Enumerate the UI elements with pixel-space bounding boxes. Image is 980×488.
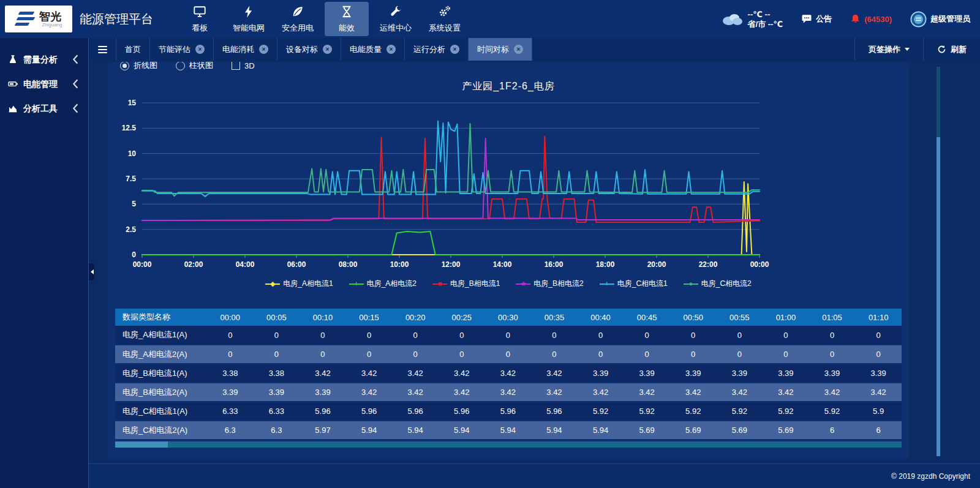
table-cell-value: 3.42 [763, 383, 809, 402]
copyright-text: © 2019 zgzdh Copyright [891, 472, 970, 481]
table-cell-value: 5.96 [531, 402, 578, 421]
tab-运行分析[interactable]: 运行分析× [404, 38, 468, 61]
table-cell-value: 3.42 [439, 383, 485, 402]
table-cell-value: 0 [809, 326, 856, 345]
tab-operations-button[interactable]: 页签操作 [854, 38, 923, 61]
tab-电能消耗[interactable]: 电能消耗× [213, 38, 277, 61]
table-cell-value: 5.94 [485, 421, 532, 440]
table-cell-value: 3.39 [670, 364, 717, 383]
legend-label: 电房_C相电流2 [701, 279, 752, 289]
time-compare-panel: 折线图 柱状图 3D 产业园_1F2-6_电房 02.557.51012.515… [108, 62, 909, 459]
table-header-time: 01:10 [855, 309, 902, 326]
y-axis-tick-label: 10 [128, 149, 137, 158]
nav-item-系统设置[interactable]: 系统设置 [423, 2, 467, 36]
sidebar-item-label: 需量分析 [23, 54, 58, 66]
tab-bar: 首页节能评估×电能消耗×设备对标×电能质量×运行分析×时间对标× 页签操作 刷新 [89, 38, 980, 61]
cloud-icon [721, 12, 743, 26]
table-header-time: 00:45 [624, 309, 670, 326]
legend-item-电房_A相电流2[interactable]: +电房_A相电流2 [349, 279, 417, 289]
x-axis-tick-label: 00:00 [133, 260, 152, 269]
tab-设备对标[interactable]: 设备对标× [277, 38, 341, 61]
legend-marker-glyph: ■ [438, 280, 442, 287]
vertical-scrollbar-thumb[interactable] [937, 137, 940, 456]
notice-button[interactable]: 公告 [801, 13, 832, 24]
tab-首页[interactable]: 首页 [116, 38, 149, 61]
tab-电能质量[interactable]: 电能质量× [341, 38, 404, 61]
table-header-name: 数据类型名称 [115, 309, 207, 326]
table-cell-value: 5.96 [300, 402, 346, 421]
nav-item-看板[interactable]: 看板 [178, 2, 222, 36]
table-cell-value: 3.42 [485, 364, 532, 383]
nav-item-label: 系统设置 [429, 23, 461, 34]
table-cell-name: 电房_B相电流2(A) [115, 383, 207, 402]
legend-label: 电房_A相电流1 [283, 279, 333, 289]
tab-close-icon[interactable]: × [323, 45, 332, 54]
table-cell-value: 3.39 [763, 364, 809, 383]
tab-label: 节能评估 [159, 44, 190, 55]
table-cell-value: 0 [300, 345, 346, 364]
table-cell-value: 5.69 [763, 421, 809, 440]
table-cell-value: 3.42 [670, 383, 717, 402]
table-cell-value: 5.96 [346, 402, 393, 421]
tab-close-icon[interactable]: × [195, 45, 205, 54]
tab-节能评估[interactable]: 节能评估× [149, 38, 213, 61]
table-cell-value: 0 [485, 326, 532, 345]
table-cell-value: 0 [855, 345, 902, 364]
table-cell-value: 3.39 [300, 383, 346, 402]
tab-close-icon[interactable]: × [450, 45, 459, 54]
user-menu[interactable]: 超级管理员 [910, 11, 970, 28]
sidebar-item-电能管理[interactable]: 电能管理 [0, 72, 88, 97]
table-cell-value: 6 [855, 421, 902, 440]
alerts-button[interactable]: (64530) [850, 13, 892, 24]
y-axis-tick-label: 5 [132, 200, 136, 208]
app-header: 智光 Zhiguang 能源管理平台 看板智能电网安全用电能效运维中心系统设置 … [0, 0, 980, 38]
table-cell-value: 0 [254, 326, 300, 345]
nav-item-安全用电[interactable]: 安全用电 [276, 2, 320, 36]
table-cell-value: 0 [624, 345, 670, 364]
sidebar-item-分析工具[interactable]: 分析工具 [0, 97, 88, 121]
table-header-time: 00:50 [670, 309, 717, 326]
radio-line-label: 折线图 [134, 62, 157, 71]
tab-时间对标[interactable]: 时间对标× [468, 38, 532, 61]
y-axis-tick-label: 0 [132, 250, 136, 259]
legend-item-电房_B相电流1[interactable]: ■电房_B相电流1 [432, 279, 500, 289]
nav-item-智能电网[interactable]: 智能电网 [227, 2, 271, 36]
checkbox-3d[interactable]: 3D [232, 62, 255, 70]
table-cell-value: 3.39 [855, 364, 902, 383]
table-row: 电房_C相电流2(A)6.36.35.975.945.945.945.945.9… [115, 421, 902, 440]
table-cell-value: 5.92 [717, 402, 763, 421]
table-cell-value: 0 [439, 345, 485, 364]
horizontal-scrollbar-thumb[interactable] [115, 441, 168, 448]
table-header-time: 00:10 [300, 309, 346, 326]
radio-bar-chart[interactable]: 柱状图 [176, 62, 213, 71]
legend-item-电房_C相电流2[interactable]: ●电房_C相电流2 [684, 279, 752, 289]
tab-close-icon[interactable]: × [514, 45, 523, 54]
legend-item-电房_C相电流1[interactable]: +电房_C相电流1 [600, 279, 668, 289]
table-cell-value: 5.94 [439, 421, 485, 440]
series-电房_B相电流1 [142, 137, 760, 223]
table-header-time: 00:35 [531, 309, 578, 326]
legend-item-电房_B相电流2[interactable]: ★电房_B相电流2 [516, 279, 583, 289]
gears-icon [438, 5, 451, 20]
tab-label: 时间对标 [477, 44, 509, 55]
sidebar-collapse-handle[interactable] [89, 263, 94, 280]
radio-line-chart[interactable]: 折线图 [120, 62, 157, 71]
hamburger-menu-icon[interactable] [89, 38, 116, 61]
nav-item-能效[interactable]: 能效 [325, 2, 369, 36]
nav-item-运维中心[interactable]: 运维中心 [374, 2, 418, 36]
legend-item-电房_A相电流1[interactable]: ◆电房_A相电流1 [265, 279, 333, 289]
table-cell-value: 0 [300, 326, 346, 345]
refresh-button[interactable]: 刷新 [923, 38, 980, 61]
radio-icon [120, 62, 129, 70]
chart-title: 产业园_1F2-6_电房 [115, 80, 902, 93]
table-cell-value: 5.94 [392, 421, 439, 440]
tab-close-icon[interactable]: × [386, 45, 396, 54]
chat-bubble-icon [801, 13, 812, 24]
sidebar-item-需量分析[interactable]: 需量分析 [0, 48, 88, 72]
refresh-icon [937, 45, 946, 54]
arrow-left-icon [88, 269, 94, 274]
tab-close-icon[interactable]: × [259, 45, 268, 54]
vertical-scrollbar[interactable] [937, 67, 940, 456]
y-axis-tick-label: 7.5 [126, 175, 136, 183]
horizontal-scrollbar[interactable] [115, 441, 902, 448]
